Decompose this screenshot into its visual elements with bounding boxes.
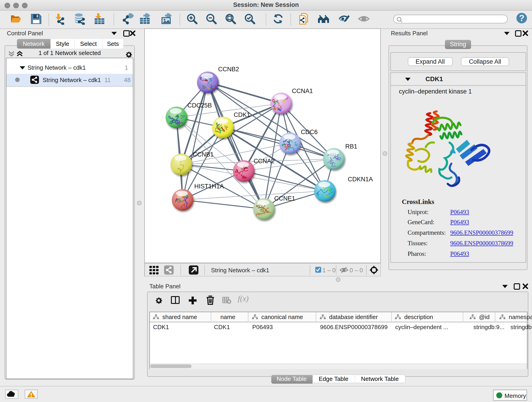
svg-text:CCNB2: CCNB2	[218, 66, 239, 73]
svg-text:CCNA1: CCNA1	[292, 88, 313, 95]
svg-text:CCNA2: CCNA2	[253, 158, 274, 165]
svg-text:CCNE1: CCNE1	[274, 195, 295, 202]
svg-text:CDC25B: CDC25B	[187, 102, 212, 109]
svg-text:RB1: RB1	[345, 143, 357, 150]
svg-text:HIST1H1A: HIST1H1A	[194, 183, 224, 190]
svg-text:CCNB1: CCNB1	[192, 151, 214, 158]
svg-text:CDK1: CDK1	[234, 111, 250, 118]
svg-text:CDKN1A: CDKN1A	[348, 176, 373, 183]
svg-text:CDC6: CDC6	[301, 128, 317, 135]
